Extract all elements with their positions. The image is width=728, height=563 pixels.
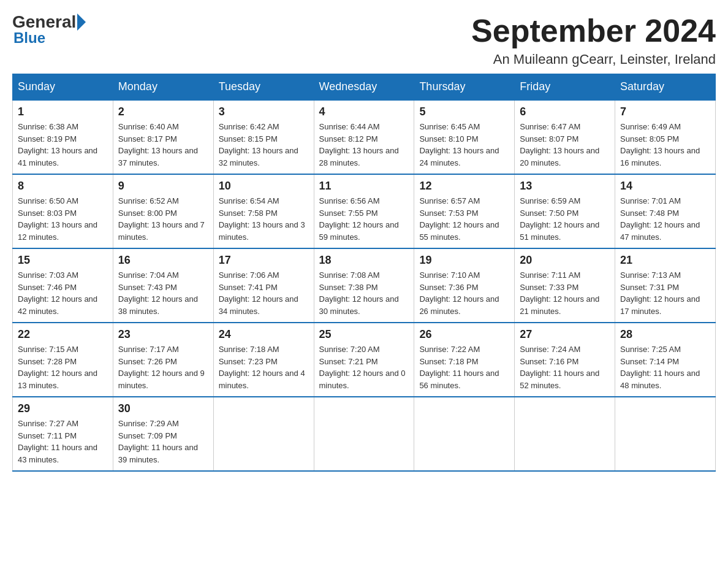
day-info: Sunrise: 6:50 AMSunset: 8:03 PMDaylight:… xyxy=(18,195,108,243)
day-info: Sunrise: 7:06 AMSunset: 7:41 PMDaylight:… xyxy=(219,269,309,317)
day-info: Sunrise: 6:54 AMSunset: 7:58 PMDaylight:… xyxy=(219,195,309,243)
header-tuesday: Tuesday xyxy=(213,74,314,101)
day-info: Sunrise: 6:44 AMSunset: 8:12 PMDaylight:… xyxy=(319,121,409,169)
table-row: 25Sunrise: 7:20 AMSunset: 7:21 PMDayligh… xyxy=(314,323,414,397)
day-info: Sunrise: 7:29 AMSunset: 7:09 PMDaylight:… xyxy=(118,418,208,465)
day-number: 26 xyxy=(419,328,509,341)
day-info: Sunrise: 7:04 AMSunset: 7:43 PMDaylight:… xyxy=(118,269,208,317)
calendar-table: Sunday Monday Tuesday Wednesday Thursday… xyxy=(12,74,716,472)
day-info: Sunrise: 6:57 AMSunset: 7:53 PMDaylight:… xyxy=(419,195,509,243)
day-info: Sunrise: 6:45 AMSunset: 8:10 PMDaylight:… xyxy=(419,121,509,169)
day-info: Sunrise: 6:47 AMSunset: 8:07 PMDaylight:… xyxy=(520,121,610,169)
header-friday: Friday xyxy=(515,74,615,101)
day-number: 6 xyxy=(520,105,610,118)
day-number: 8 xyxy=(18,180,108,193)
table-row: 23Sunrise: 7:17 AMSunset: 7:26 PMDayligh… xyxy=(113,323,213,397)
table-row: 20Sunrise: 7:11 AMSunset: 7:33 PMDayligh… xyxy=(515,248,615,323)
table-row: 21Sunrise: 7:13 AMSunset: 7:31 PMDayligh… xyxy=(615,248,716,323)
logo-arrow-icon xyxy=(77,13,86,31)
day-number: 5 xyxy=(419,105,509,118)
table-row: 10Sunrise: 6:54 AMSunset: 7:58 PMDayligh… xyxy=(213,174,314,248)
calendar-week-5: 29Sunrise: 7:27 AMSunset: 7:11 PMDayligh… xyxy=(13,397,716,471)
header-saturday: Saturday xyxy=(615,74,716,101)
day-info: Sunrise: 7:20 AMSunset: 7:21 PMDaylight:… xyxy=(319,343,409,391)
day-number: 19 xyxy=(419,254,509,267)
day-info: Sunrise: 6:56 AMSunset: 7:55 PMDaylight:… xyxy=(319,195,409,243)
day-info: Sunrise: 6:42 AMSunset: 8:15 PMDaylight:… xyxy=(219,121,309,169)
day-info: Sunrise: 7:11 AMSunset: 7:33 PMDaylight:… xyxy=(520,269,610,317)
table-row: 8Sunrise: 6:50 AMSunset: 8:03 PMDaylight… xyxy=(13,174,113,248)
day-info: Sunrise: 7:27 AMSunset: 7:11 PMDaylight:… xyxy=(18,418,108,465)
header-wednesday: Wednesday xyxy=(314,74,414,101)
day-info: Sunrise: 7:25 AMSunset: 7:14 PMDaylight:… xyxy=(620,343,710,391)
table-row: 14Sunrise: 7:01 AMSunset: 7:48 PMDayligh… xyxy=(615,174,716,248)
calendar-week-2: 8Sunrise: 6:50 AMSunset: 8:03 PMDaylight… xyxy=(13,174,716,248)
day-number: 13 xyxy=(520,180,610,193)
table-row: 15Sunrise: 7:03 AMSunset: 7:46 PMDayligh… xyxy=(13,248,113,323)
page-header: General Blue September 2024 An Muileann … xyxy=(12,12,716,67)
day-number: 10 xyxy=(219,180,309,193)
day-number: 2 xyxy=(118,105,208,118)
day-number: 22 xyxy=(18,328,108,341)
day-number: 20 xyxy=(520,254,610,267)
day-number: 17 xyxy=(219,254,309,267)
table-row xyxy=(213,397,314,471)
table-row: 3Sunrise: 6:42 AMSunset: 8:15 PMDaylight… xyxy=(213,100,314,174)
day-number: 29 xyxy=(18,402,108,415)
table-row xyxy=(314,397,414,471)
day-number: 9 xyxy=(118,180,208,193)
table-row: 24Sunrise: 7:18 AMSunset: 7:23 PMDayligh… xyxy=(213,323,314,397)
day-number: 11 xyxy=(319,180,409,193)
title-area: September 2024 An Muileann gCearr, Leins… xyxy=(471,12,716,67)
location-text: An Muileann gCearr, Leinster, Ireland xyxy=(471,52,716,67)
header-thursday: Thursday xyxy=(414,74,515,101)
day-info: Sunrise: 7:22 AMSunset: 7:18 PMDaylight:… xyxy=(419,343,509,391)
calendar-week-4: 22Sunrise: 7:15 AMSunset: 7:28 PMDayligh… xyxy=(13,323,716,397)
day-number: 1 xyxy=(18,105,108,118)
table-row: 28Sunrise: 7:25 AMSunset: 7:14 PMDayligh… xyxy=(615,323,716,397)
day-number: 4 xyxy=(319,105,409,118)
day-number: 30 xyxy=(118,402,208,415)
day-number: 16 xyxy=(118,254,208,267)
table-row: 30Sunrise: 7:29 AMSunset: 7:09 PMDayligh… xyxy=(113,397,213,471)
day-info: Sunrise: 7:24 AMSunset: 7:16 PMDaylight:… xyxy=(520,343,610,391)
table-row: 6Sunrise: 6:47 AMSunset: 8:07 PMDaylight… xyxy=(515,100,615,174)
table-row: 19Sunrise: 7:10 AMSunset: 7:36 PMDayligh… xyxy=(414,248,515,323)
calendar-header-row: Sunday Monday Tuesday Wednesday Thursday… xyxy=(13,74,716,101)
table-row: 5Sunrise: 6:45 AMSunset: 8:10 PMDaylight… xyxy=(414,100,515,174)
day-number: 21 xyxy=(620,254,710,267)
table-row: 22Sunrise: 7:15 AMSunset: 7:28 PMDayligh… xyxy=(13,323,113,397)
day-number: 28 xyxy=(620,328,710,341)
day-info: Sunrise: 7:15 AMSunset: 7:28 PMDaylight:… xyxy=(18,343,108,391)
day-info: Sunrise: 7:18 AMSunset: 7:23 PMDaylight:… xyxy=(219,343,309,391)
day-number: 25 xyxy=(319,328,409,341)
day-info: Sunrise: 7:17 AMSunset: 7:26 PMDaylight:… xyxy=(118,343,208,391)
header-monday: Monday xyxy=(113,74,213,101)
logo-blue-text: Blue xyxy=(12,29,45,47)
day-info: Sunrise: 7:01 AMSunset: 7:48 PMDaylight:… xyxy=(620,195,710,243)
table-row: 26Sunrise: 7:22 AMSunset: 7:18 PMDayligh… xyxy=(414,323,515,397)
day-info: Sunrise: 7:13 AMSunset: 7:31 PMDaylight:… xyxy=(620,269,710,317)
logo: General Blue xyxy=(12,12,87,47)
table-row xyxy=(615,397,716,471)
day-number: 24 xyxy=(219,328,309,341)
table-row: 9Sunrise: 6:52 AMSunset: 8:00 PMDaylight… xyxy=(113,174,213,248)
calendar-week-1: 1Sunrise: 6:38 AMSunset: 8:19 PMDaylight… xyxy=(13,100,716,174)
header-sunday: Sunday xyxy=(13,74,113,101)
day-number: 12 xyxy=(419,180,509,193)
table-row xyxy=(414,397,515,471)
day-info: Sunrise: 7:10 AMSunset: 7:36 PMDaylight:… xyxy=(419,269,509,317)
day-info: Sunrise: 6:38 AMSunset: 8:19 PMDaylight:… xyxy=(18,121,108,169)
day-info: Sunrise: 6:59 AMSunset: 7:50 PMDaylight:… xyxy=(520,195,610,243)
calendar-week-3: 15Sunrise: 7:03 AMSunset: 7:46 PMDayligh… xyxy=(13,248,716,323)
table-row: 16Sunrise: 7:04 AMSunset: 7:43 PMDayligh… xyxy=(113,248,213,323)
table-row: 27Sunrise: 7:24 AMSunset: 7:16 PMDayligh… xyxy=(515,323,615,397)
day-number: 27 xyxy=(520,328,610,341)
day-info: Sunrise: 7:03 AMSunset: 7:46 PMDaylight:… xyxy=(18,269,108,317)
table-row: 12Sunrise: 6:57 AMSunset: 7:53 PMDayligh… xyxy=(414,174,515,248)
table-row: 17Sunrise: 7:06 AMSunset: 7:41 PMDayligh… xyxy=(213,248,314,323)
table-row: 1Sunrise: 6:38 AMSunset: 8:19 PMDaylight… xyxy=(13,100,113,174)
day-info: Sunrise: 6:49 AMSunset: 8:05 PMDaylight:… xyxy=(620,121,710,169)
table-row: 18Sunrise: 7:08 AMSunset: 7:38 PMDayligh… xyxy=(314,248,414,323)
table-row: 13Sunrise: 6:59 AMSunset: 7:50 PMDayligh… xyxy=(515,174,615,248)
